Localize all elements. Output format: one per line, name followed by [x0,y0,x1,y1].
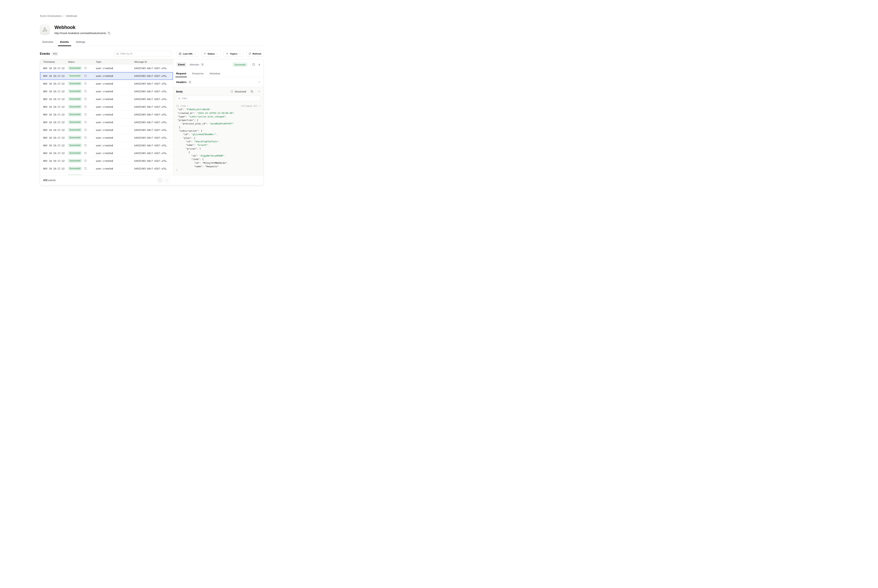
retry-icon[interactable] [84,113,87,116]
topics-filter-button[interactable]: Topics [224,51,244,57]
retry-icon[interactable] [84,159,87,162]
footer-count-suffix: events [47,179,56,182]
chevron-down-icon [194,52,196,55]
chevron-down-icon [239,52,241,55]
status-badge: Successful [68,74,82,78]
event-topic: user.created [96,136,134,139]
calendar-icon [179,52,181,55]
breadcrumb-webhook[interactable]: Webhook [66,14,77,17]
event-timestamp: NOV 18 10:17:22 [40,113,68,116]
table-row[interactable]: NOV 18 10:17:22 Successful user.created … [40,134,173,142]
retry-icon[interactable] [84,105,87,108]
copy-url-icon[interactable] [108,32,110,34]
retry-icon[interactable] [84,75,87,77]
structured-mode-button[interactable]: Structured [230,90,246,93]
column-header-status: Status [68,60,96,63]
event-message-id: b4925365-b8cf-42b7-a76… [134,75,173,77]
table-row[interactable]: NOV 18 10:17:22 Successful user.created … [40,103,173,111]
status-badge: Successful [68,112,82,116]
table-row[interactable]: NOV 18 10:17:22 Successful user.created … [40,157,173,165]
retry-icon[interactable] [84,152,87,154]
time-range-button[interactable]: Last 24h [176,51,198,57]
refresh-button[interactable]: Refresh [246,51,263,57]
panel-tab-attempts[interactable]: Attempts 3 [189,63,204,66]
headers-section[interactable]: Headers 3 [173,77,263,87]
tab-events[interactable]: Events [60,39,69,46]
subtab-response[interactable]: Response [192,70,203,77]
next-page-button[interactable] [164,178,170,183]
table-row[interactable]: NOV 18 10:17:22 Successful user.created … [40,118,173,126]
table-row[interactable]: NOV 18 10:17:22 Successful user.created … [40,72,173,80]
retry-icon[interactable] [84,82,87,85]
chevron-up-icon[interactable] [258,90,260,93]
event-timestamp: NOV 18 10:17:22 [40,152,68,154]
table-row[interactable]: NOV 18 10:17:22 Successful user.created … [40,87,173,95]
body-filter-input[interactable] [182,97,259,100]
filter-by-id-input[interactable] [120,52,169,55]
event-topic: user.created [96,152,134,154]
retry-icon[interactable] [84,67,87,69]
status-badge: Successful [68,143,82,147]
event-topic: user.created [96,144,134,147]
retry-icon[interactable] [84,129,87,131]
retry-icon[interactable] [84,167,87,170]
table-row[interactable]: NOV 18 10:17:22 Successful user.created … [40,111,173,118]
event-topic: user.created [96,167,134,170]
copy-body-icon[interactable] [251,90,253,93]
card-footer: 472 events [40,175,263,185]
table-row[interactable]: NOV 18 10:17:22 Successful user.created … [40,126,173,134]
status-badge: Successful [68,97,82,101]
event-timestamp: NOV 18 10:17:22 [40,105,68,108]
status-badge: Successful [68,136,82,140]
body-section: Body Structured [173,87,263,175]
chevron-down-icon[interactable] [258,81,261,83]
table-row[interactable]: NOV 18 10:17:22 Successful user.created … [40,80,173,87]
retry-icon[interactable] [84,144,87,147]
retry-event-icon[interactable] [253,63,255,66]
table-row[interactable]: NOV 18 10:17:22 Successful user.created … [40,64,173,72]
panel-status-badge: Successful [233,63,247,67]
events-count-badge: 472 [52,52,58,56]
event-topic: user.created [96,82,134,85]
table-row[interactable]: NOV 18 10:17:22 Successful user.created … [40,95,173,103]
previous-page-button[interactable] [157,178,162,183]
close-panel-icon[interactable] [258,63,261,66]
chevron-left-icon [159,179,161,182]
attempts-label: Attempts [189,63,199,66]
collapse-all-button[interactable]: Collapse all ↑ [241,104,260,108]
json-items-label[interactable]: {1 item ↑ [176,104,188,108]
event-message-id: b4925365-b8cf-42b7-a76… [134,129,173,131]
filter-lines-icon [203,52,206,55]
body-label: Body [176,90,183,93]
attempts-count-badge: 3 [200,63,204,66]
tab-settings[interactable]: Settings [76,39,85,46]
event-timestamp: NOV 18 10:17:22 [40,144,68,147]
subtab-metadata[interactable]: Metadata [210,70,220,77]
column-header-topic: Topic [96,60,134,63]
table-row[interactable]: NOV 18 10:17:22 Successful user.created … [40,142,173,149]
table-row[interactable]: NOV 18 10:17:22 Successful user.created … [40,149,173,157]
event-message-id: b4925365-b8cf-42b7-a76… [134,152,173,154]
event-timestamp: NOV 18 10:17:22 [40,82,68,85]
tab-overview[interactable]: Overview [42,39,53,46]
refresh-label: Refresh [253,52,261,55]
retry-icon[interactable] [84,90,87,93]
status-filter-label: Status [207,52,215,55]
retry-icon[interactable] [84,136,87,139]
table-row[interactable]: NOV 18 10:17:22 Successful user.created … [40,165,173,172]
event-message-id: b4925365-b8cf-42b7-a76… [134,144,173,147]
event-timestamp: NOV 18 10:17:22 [40,98,68,100]
event-detail-panel: Event Attempts 3 Successful [173,59,263,175]
status-filter-button[interactable]: Status [201,51,221,57]
subtab-request[interactable]: Request [176,70,186,77]
breadcrumb-event-destinations[interactable]: Event Destinations [40,14,62,17]
table-row[interactable]: NOV 18 10:17:22 Successful user.created … [40,172,173,175]
status-badge: Successful [68,82,82,86]
breadcrumb: Event Destinations / Webhook [40,0,263,17]
events-count-footer: 472 events [43,179,56,182]
retry-icon[interactable] [84,121,87,123]
retry-icon[interactable] [84,98,87,100]
panel-tab-event[interactable]: Event [176,62,186,67]
status-badge: Successful [68,89,82,93]
chevron-down-icon [216,52,218,55]
